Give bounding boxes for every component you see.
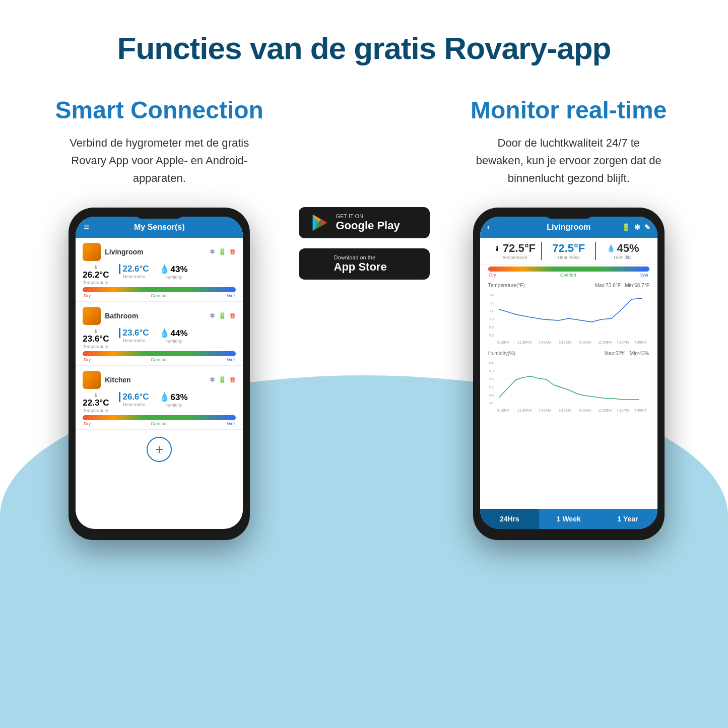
svg-text:72: 72 <box>489 301 494 305</box>
app-store-button[interactable]: Download on the App Store <box>299 248 430 280</box>
app-store-small-label: Download on the <box>334 254 387 260</box>
kitchen-hum: 💧63% <box>159 392 188 403</box>
rt-dcw-labels: Dry Comfort Wet <box>480 273 657 278</box>
sensor-item-kitchen[interactable]: Kitchen ✱ 🔋 🗑 🌡 22.3°C <box>76 366 243 430</box>
battery-icon-k: 🔋 <box>218 376 226 383</box>
app-store-text: Download on the App Store <box>334 254 387 274</box>
sensor-name-kitchen: Kitchen <box>105 376 210 384</box>
sensor-controls-kitchen: ✱ 🔋 🗑 <box>210 376 236 383</box>
livingroom-temp: 26.2°C <box>83 270 109 280</box>
right-phone: ‹ Livingroom 🔋 ✱ ✎ <box>473 208 665 540</box>
google-play-button[interactable]: GET IT ON Google Play <box>299 207 430 238</box>
svg-text:11:30PM: 11:30PM <box>517 341 532 344</box>
kitchen-comfort-bar <box>83 415 236 420</box>
tab-24hrs[interactable]: 24Hrs <box>480 509 539 529</box>
svg-text:7:30PM: 7:30PM <box>634 341 646 344</box>
phone-notch-left <box>134 208 184 219</box>
livingroom-stats: 🌡 26.2°C Temperature 22.6°C Heat Index <box>83 264 236 285</box>
rt-temp-label: Temperature <box>502 255 527 260</box>
rt-temp-val: 72.5°F <box>503 242 536 255</box>
bathroom-hum-label: Humidity <box>165 339 182 344</box>
left-screen-title: My Sensor(s) <box>134 223 184 232</box>
svg-marker-3 <box>320 219 327 226</box>
sensor-name-livingroom: Livingroom <box>105 248 210 256</box>
page-container: Functies van de gratis Rovary-app Smart … <box>0 0 728 728</box>
svg-text:2:50AM: 2:50AM <box>539 409 551 412</box>
rt-hum-val: 45% <box>617 242 639 255</box>
left-column-desc: Verbind de hygrometer met de gratis Rova… <box>63 134 255 187</box>
bluetooth-icon: ✱ <box>210 248 215 255</box>
right-column-title: Monitor real-time <box>471 96 667 124</box>
tab-1year[interactable]: 1 Year <box>598 509 657 529</box>
livingroom-heat: 22.6°C <box>119 264 149 274</box>
kitchen-heat-label: Heat Index <box>123 402 145 407</box>
livingroom-hum-label: Humidity <box>165 275 182 280</box>
tab-1week[interactable]: 1 Week <box>539 509 598 529</box>
svg-text:56: 56 <box>489 377 494 381</box>
svg-text:12:50PM: 12:50PM <box>598 409 612 412</box>
bathroom-temp-label: Temperature <box>83 344 109 349</box>
svg-text:2:50AM: 2:50AM <box>539 341 551 344</box>
temp-chart-title: Temperature(°F) <box>488 283 525 288</box>
delete-icon-b[interactable]: 🗑 <box>229 312 236 319</box>
add-sensor-button[interactable]: + <box>76 430 243 469</box>
columns-container: Smart Connection Verbind de hygrometer m… <box>40 96 688 540</box>
kitchen-stats: 🌡 22.3°C Temperature 26.6°C Heat Index <box>83 392 236 413</box>
svg-text:12:50PM: 12:50PM <box>598 341 612 344</box>
kitchen-temp: 22.3°C <box>83 398 109 408</box>
sensor-name-bathroom: Bathroom <box>105 312 210 320</box>
left-column-title: Smart Connection <box>55 96 263 124</box>
svg-text:52: 52 <box>489 385 494 389</box>
back-icon[interactable]: ‹ <box>487 223 490 232</box>
sensor-icon-livingroom <box>83 243 101 261</box>
rt-comfort-bar <box>488 267 649 272</box>
svg-text:48: 48 <box>489 393 494 398</box>
hum-chart-title-row: Humidity(%) Max:62% Min:43% <box>488 351 649 356</box>
sensor-controls-livingroom: ✱ 🔋 🗑 <box>210 248 236 255</box>
sensor-item-livingroom[interactable]: Livingroom ✱ 🔋 🗑 🌡 26.2°C <box>76 238 243 302</box>
svg-text:69: 69 <box>489 325 494 329</box>
temp-chart-svg: 74 72 71 70 69 68 <box>488 289 649 345</box>
bathroom-dcw: Dry Comfort Wet <box>83 357 236 362</box>
svg-text:64: 64 <box>489 361 494 365</box>
sensor-icon-bathroom <box>83 307 101 325</box>
livingroom-dcw: Dry Comfort Wet <box>83 293 236 298</box>
temp-chart-area: Temperature(°F) Max:73.6°F Min:68.7°F 74 <box>480 281 657 349</box>
svg-text:8:10PM: 8:10PM <box>497 409 509 412</box>
add-circle-icon: + <box>147 437 172 462</box>
right-header-icons: 🔋 ✱ ✎ <box>622 223 650 231</box>
svg-text:7:30PM: 7:30PM <box>634 409 646 412</box>
apple-icon <box>311 255 327 273</box>
sensor-controls-bathroom: ✱ 🔋 🗑 <box>210 312 236 319</box>
battery-icon-right: 🔋 <box>622 223 630 231</box>
rt-stat-heat: 72.5°F Heat Index <box>542 242 596 260</box>
svg-text:4:10PM: 4:10PM <box>617 409 629 412</box>
kitchen-temp-label: Temperature <box>83 408 109 413</box>
menu-icon[interactable]: ≡ <box>84 222 89 232</box>
left-phone: ≡ My Sensor(s) Livingroom ✱ 🔋 <box>69 208 250 540</box>
bathroom-heat: 23.6°C <box>119 328 149 338</box>
delete-icon-k[interactable]: 🗑 <box>229 376 236 383</box>
right-column-desc: Door de luchtkwaliteit 24/7 te bewaken, … <box>473 134 665 187</box>
right-screen-title: Livingroom <box>547 223 590 232</box>
edit-icon-right[interactable]: ✎ <box>644 223 650 231</box>
hum-chart-title: Humidity(%) <box>488 351 515 356</box>
bluetooth-icon-k: ✱ <box>210 376 215 383</box>
kitchen-dcw: Dry Comfort Wet <box>83 421 236 426</box>
rt-tabs: 24Hrs 1 Week 1 Year <box>480 509 657 529</box>
left-phone-screen: ≡ My Sensor(s) Livingroom ✱ 🔋 <box>76 217 243 529</box>
svg-text:44: 44 <box>489 401 494 406</box>
svg-text:6:10AM: 6:10AM <box>559 409 571 412</box>
bluetooth-icon-right: ✱ <box>634 223 640 231</box>
svg-text:4:10PM: 4:10PM <box>617 341 629 344</box>
temp-chart-title-row: Temperature(°F) Max:73.6°F Min:68.7°F <box>488 283 649 288</box>
delete-icon[interactable]: 🗑 <box>229 248 236 255</box>
left-screen-header: ≡ My Sensor(s) <box>76 217 243 238</box>
livingroom-hum: 💧43% <box>159 264 188 275</box>
kitchen-heat: 26.6°C <box>119 392 149 402</box>
svg-text:9:30AM: 9:30AM <box>579 409 591 412</box>
right-screen-header: ‹ Livingroom 🔋 ✱ ✎ <box>480 217 657 238</box>
google-play-big-label: Google Play <box>336 219 400 232</box>
sensor-item-bathroom[interactable]: Bathroom ✱ 🔋 🗑 🌡 23.6°C <box>76 302 243 366</box>
hum-chart-area: Humidity(%) Max:62% Min:43% 64 <box>480 349 657 417</box>
